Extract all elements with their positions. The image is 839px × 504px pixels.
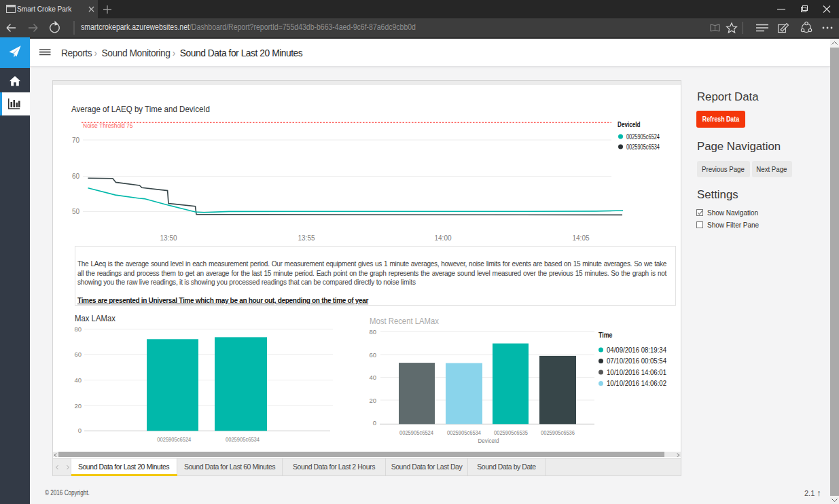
svg-text:13:50: 13:50 bbox=[160, 234, 177, 242]
svg-text:DeviceId: DeviceId bbox=[618, 121, 641, 128]
svg-text:40: 40 bbox=[369, 374, 376, 381]
svg-text:40: 40 bbox=[74, 376, 82, 384]
svg-text:0025905c6524: 0025905c6524 bbox=[399, 429, 433, 436]
svg-text:60: 60 bbox=[72, 173, 80, 180]
svg-text:10/10/2016 14:06:02: 10/10/2016 14:06:02 bbox=[607, 379, 666, 387]
svg-text:Average of LAEQ by Time and De: Average of LAEQ by Time and DeviceId bbox=[71, 105, 210, 114]
svg-text:DeviceId: DeviceId bbox=[478, 437, 499, 444]
svg-text:14:00: 14:00 bbox=[434, 234, 451, 242]
svg-text:0025905c6534: 0025905c6534 bbox=[226, 435, 260, 443]
svg-text:13:55: 13:55 bbox=[298, 234, 315, 242]
svg-text:Max LAMax: Max LAMax bbox=[75, 314, 116, 323]
svg-text:0025905c6534: 0025905c6534 bbox=[626, 143, 660, 151]
svg-text:04/09/2016 08:19:34: 04/09/2016 08:19:34 bbox=[607, 346, 666, 354]
svg-text:70: 70 bbox=[72, 137, 80, 144]
svg-text:14:05: 14:05 bbox=[572, 234, 589, 242]
svg-text:0025905c6534: 0025905c6534 bbox=[447, 429, 481, 436]
svg-text:0025905c6536: 0025905c6536 bbox=[541, 429, 575, 436]
svg-text:20: 20 bbox=[369, 397, 376, 404]
svg-text:60: 60 bbox=[369, 351, 376, 359]
svg-text:Most Recent LAMax: Most Recent LAMax bbox=[370, 317, 440, 326]
svg-text:50: 50 bbox=[72, 208, 80, 215]
svg-text:80: 80 bbox=[369, 328, 376, 336]
svg-text:0: 0 bbox=[78, 427, 82, 434]
svg-text:60: 60 bbox=[74, 350, 82, 358]
svg-text:0025905c6535: 0025905c6535 bbox=[494, 429, 528, 436]
svg-text:0025905c6524: 0025905c6524 bbox=[157, 435, 191, 443]
svg-text:20: 20 bbox=[74, 402, 82, 410]
svg-text:Time: Time bbox=[599, 331, 613, 339]
svg-text:0025905c6524: 0025905c6524 bbox=[626, 133, 660, 141]
svg-text:10/10/2016 14:06:01: 10/10/2016 14:06:01 bbox=[607, 368, 666, 376]
svg-text:0: 0 bbox=[373, 419, 376, 427]
svg-text:07/10/2016 00:05:54: 07/10/2016 00:05:54 bbox=[607, 357, 666, 365]
svg-text:80: 80 bbox=[74, 325, 82, 333]
svg-text:Noise Threshold 75: Noise Threshold 75 bbox=[83, 122, 133, 129]
